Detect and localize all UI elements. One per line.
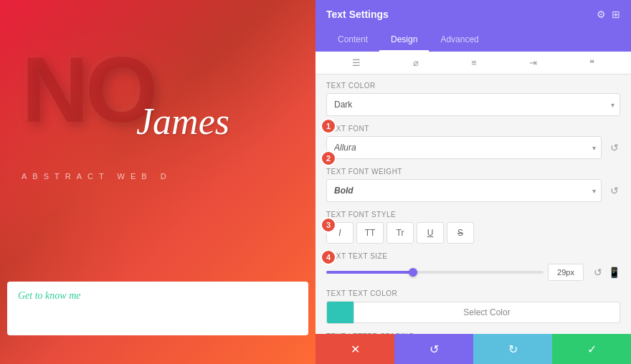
text-color-select-wrapper: Dark Light ▾ [326, 93, 620, 116]
font-style-group: Text Font Style I TT Tr U S [326, 211, 620, 244]
color-field: Select Color [326, 301, 620, 324]
step-badge-1: 1 [321, 118, 336, 134]
text-color-group: Text Color Dark Light ▾ [326, 82, 620, 116]
text-size-slider[interactable] [326, 271, 544, 274]
font-weight-group: Text Font Weight Bold Normal Light ▾ ↺ [326, 168, 620, 202]
font-weight-select-wrapper: Bold Normal Light ▾ [326, 179, 602, 202]
confirm-button[interactable]: ✓ [552, 334, 631, 364]
text-font-label: Text Font [326, 125, 620, 133]
quote-icon[interactable]: ❝ [589, 57, 594, 68]
color-swatch[interactable] [326, 301, 354, 324]
expand-icon[interactable]: ⊞ [612, 9, 620, 20]
panel-footer: ✕ ↺ ↻ ✓ [316, 334, 631, 364]
settings-content: Text Color Dark Light ▾ Text Font Allura… [316, 75, 631, 334]
uppercase-button[interactable]: TT [356, 222, 384, 244]
mobile-size-icon[interactable]: 📱 [608, 267, 620, 278]
list-icon[interactable]: ≡ [471, 57, 477, 68]
canvas-get-to-know: Get to know me [18, 290, 80, 302]
canvas-subtitle: ABSTRACT WEB D [22, 172, 172, 181]
text-font-select-wrapper: Allura Arial ▾ [326, 136, 602, 159]
font-style-buttons: I TT Tr U S [326, 222, 620, 244]
settings-panel: Text Settings ⚙ ⊞ Content Design Advance… [316, 0, 631, 364]
text-size-group: Text Text Size ↺ 📱 [326, 252, 620, 281]
text-color-select[interactable]: Dark Light [326, 93, 620, 116]
text-size-row: ↺ 📱 [326, 264, 620, 281]
step-badge-2: 2 [321, 150, 336, 166]
text-color-picker-group: Text Text Color Select Color [326, 289, 620, 324]
redo-button[interactable]: ↻ [473, 334, 552, 364]
text-size-value[interactable] [548, 264, 584, 281]
tab-content[interactable]: Content [326, 29, 379, 52]
canvas-area: NO James ABSTRACT WEB D Get to know me [0, 0, 316, 364]
text-size-label: Text Text Size [326, 252, 620, 260]
canvas-bottom-card: Get to know me [7, 282, 308, 335]
panel-title: Text Settings [326, 9, 389, 20]
letter-spacing-group: Text Letter Spacing 📱 [326, 332, 620, 334]
toolbar-row: ☰ ⌀ ≡ ⇥ ❝ [316, 52, 631, 75]
link-icon[interactable]: ⌀ [413, 57, 419, 68]
font-style-label: Text Font Style [326, 211, 620, 219]
panel-header: Text Settings ⚙ ⊞ [316, 0, 631, 29]
capitalize-button[interactable]: Tr [386, 222, 414, 244]
tab-design[interactable]: Design [379, 29, 429, 52]
cancel-button[interactable]: ✕ [316, 334, 394, 364]
settings-icon[interactable]: ⚙ [597, 9, 606, 20]
underline-button[interactable]: U [417, 222, 444, 244]
font-weight-label: Text Font Weight [326, 168, 620, 176]
color-label[interactable]: Select Color [354, 302, 620, 323]
text-color-label: Text Color [326, 82, 620, 90]
text-font-group: Text Font Allura Arial ▾ ↺ [326, 125, 620, 159]
font-weight-select[interactable]: Bold Normal Light [326, 179, 602, 202]
text-color-picker-label: Text Text Color [326, 289, 620, 297]
tab-advanced[interactable]: Advanced [429, 29, 490, 52]
canvas-cursive-text: James [136, 100, 229, 143]
size-reset-button[interactable]: ↺ [592, 265, 604, 279]
align-icon[interactable]: ☰ [352, 57, 361, 68]
step-badge-4: 4 [321, 249, 336, 265]
weight-reset-button[interactable]: ↺ [609, 183, 620, 198]
letter-spacing-label: Text Letter Spacing [326, 332, 620, 334]
text-font-row: Allura Arial ▾ ↺ [326, 136, 620, 159]
tabs-bar: Content Design Advanced [316, 29, 631, 52]
strikethrough-button[interactable]: S [447, 222, 474, 244]
undo-button[interactable]: ↺ [394, 334, 473, 364]
font-weight-row: Bold Normal Light ▾ ↺ [326, 179, 620, 202]
canvas-big-text: NO [22, 43, 154, 136]
step-badge-3: 3 [321, 217, 336, 233]
indent-icon[interactable]: ⇥ [529, 57, 537, 68]
header-icons: ⚙ ⊞ [597, 9, 620, 20]
text-font-select[interactable]: Allura Arial [326, 136, 602, 159]
font-reset-button[interactable]: ↺ [609, 140, 620, 155]
